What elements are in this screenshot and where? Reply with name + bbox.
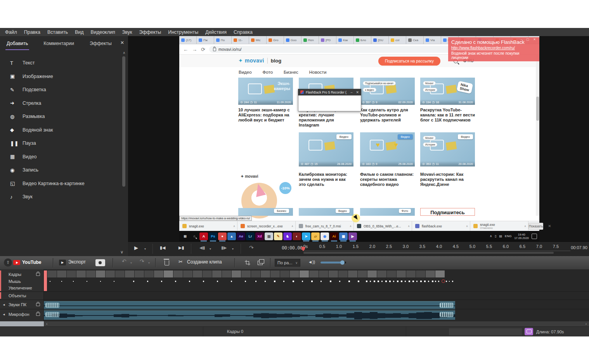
favicon bbox=[251, 38, 255, 42]
step-back-button[interactable]: ◀▮ bbox=[199, 245, 205, 250]
thumb-bubble: Подписывайся на канал bbox=[363, 81, 396, 85]
upload-icon[interactable]: ⇧ bbox=[4, 258, 12, 267]
timeline-tracks[interactable] bbox=[44, 269, 589, 321]
status-field bbox=[449, 328, 522, 335]
menu-item[interactable]: Звук bbox=[119, 29, 136, 35]
microphone-clip[interactable] bbox=[44, 310, 455, 320]
url-text: movavi.io/ru/ bbox=[218, 47, 242, 52]
clip-handle[interactable] bbox=[45, 312, 59, 317]
menu-item[interactable]: Инструменты bbox=[165, 29, 202, 35]
sidebar-item[interactable]: ▣ Изображение bbox=[0, 70, 128, 83]
zoom-fit-dropdown[interactable]: По ра... ∨ bbox=[275, 259, 300, 267]
flashback-mini-window: FlashBack Pro 5 Recorder (... – ✕ bbox=[298, 89, 361, 111]
video-preview-area[interactable]: (17) Пж По 11- M bbox=[128, 36, 589, 241]
youtube-icon[interactable] bbox=[13, 260, 20, 265]
speaker-icon[interactable]: ◄ bbox=[2, 303, 5, 307]
clock-icon: ◷ bbox=[310, 162, 313, 166]
layers-icon[interactable] bbox=[258, 261, 263, 265]
skip-to-end-button[interactable]: ▶▮ bbox=[178, 245, 184, 250]
create-clip-button[interactable]: Создание клипа bbox=[187, 259, 222, 265]
menu-item[interactable]: Вставить bbox=[44, 29, 71, 35]
pc-sounds-clip[interactable] bbox=[44, 301, 455, 310]
clip-handle[interactable] bbox=[45, 303, 59, 308]
frames-strip[interactable] bbox=[47, 270, 445, 277]
lock-icon[interactable] bbox=[36, 303, 40, 306]
speaker-icon[interactable]: ◄ bbox=[2, 313, 5, 316]
lock-icon[interactable] bbox=[36, 313, 40, 316]
scroll-up-icon[interactable]: ∧ bbox=[123, 51, 125, 55]
track-label-microphone: ◄ Микрофон bbox=[0, 310, 44, 319]
download-filename: screen_recorder_x...exe bbox=[247, 224, 289, 228]
undo-button[interactable]: ↶ bbox=[122, 258, 126, 264]
menu-item[interactable]: Действия bbox=[202, 29, 230, 35]
sidebar-item[interactable]: ♪ Звук bbox=[0, 190, 128, 204]
keyboard-language: ENG bbox=[505, 234, 511, 238]
blog-logo-text: blog bbox=[271, 58, 281, 64]
play-options-caret[interactable]: ▾ bbox=[144, 247, 146, 251]
volume-slider[interactable] bbox=[320, 262, 346, 263]
mouse-track[interactable] bbox=[44, 278, 589, 284]
taskbar-app-icon: A bbox=[199, 232, 208, 240]
lock-icon[interactable] bbox=[36, 273, 40, 276]
download-item: OBS_0_659a_With_...e... ∧ bbox=[354, 221, 412, 231]
card-title: 10 лучших экшн-камер с AliExpress: подбо… bbox=[238, 107, 293, 123]
ruler-tick: 2.0 bbox=[364, 244, 381, 249]
delete-icon[interactable] bbox=[165, 260, 169, 265]
sidebar-item[interactable]: ✎ Подсветка bbox=[0, 83, 128, 97]
movavi-blog-logo: ✦ movavi blog bbox=[238, 57, 281, 64]
volume-knob[interactable] bbox=[340, 260, 345, 265]
menu-item[interactable]: Вид bbox=[71, 29, 87, 35]
export-button[interactable]: Экспорт bbox=[68, 259, 86, 265]
sidebar-item[interactable]: ◆ Водяной знак bbox=[0, 123, 128, 137]
volume-icon[interactable]: ◄)) bbox=[308, 260, 315, 264]
sidebar-item[interactable]: ➜ Стрелка bbox=[0, 97, 128, 110]
undo-caret[interactable]: ▾ bbox=[130, 261, 132, 265]
close-icon[interactable]: ✕ bbox=[120, 40, 124, 45]
sidebar-item-icon: ▣ bbox=[10, 73, 23, 79]
step-forward-button[interactable]: ▮▶ bbox=[221, 245, 227, 250]
ruler-scrollbar[interactable] bbox=[303, 252, 554, 254]
sidebar-tab[interactable]: Эффекты bbox=[88, 38, 113, 50]
sidebar-item[interactable]: ◍ Размывка bbox=[0, 110, 128, 123]
scroll-down-icon[interactable]: ∨ bbox=[120, 250, 123, 255]
youtube-button[interactable]: YouTube bbox=[22, 260, 42, 265]
step-forward-caret[interactable]: ▾ bbox=[232, 247, 234, 251]
clock-icon: ◷ bbox=[432, 101, 435, 104]
loop-button[interactable]: ↷ bbox=[249, 245, 254, 250]
play-button[interactable]: ▶ bbox=[134, 245, 138, 250]
views-icon: ⊙ bbox=[422, 162, 425, 166]
sidebar-item[interactable]: T Текст bbox=[0, 56, 128, 70]
timeline-scrollbar[interactable]: ‹ › bbox=[0, 321, 589, 326]
redo-caret[interactable]: ▾ bbox=[148, 261, 150, 265]
clip-handle[interactable] bbox=[440, 303, 454, 308]
menu-item[interactable]: Справка bbox=[230, 29, 256, 35]
divider bbox=[234, 258, 235, 267]
promo-brand: ✦ movavi bbox=[241, 174, 258, 179]
chevron-up-icon: ∧ bbox=[350, 225, 352, 228]
scissors-icon[interactable]: ✂ bbox=[178, 259, 183, 265]
menu-item[interactable]: Видеоклип bbox=[87, 29, 119, 35]
menu-item[interactable]: Эффекты bbox=[135, 29, 165, 35]
sidebar-panel: ДобавитьКомментарииЭффекты ✕ T Текст ▣ И… bbox=[0, 36, 128, 256]
chevron-up-icon: ∧ bbox=[408, 225, 410, 228]
sidebar-item[interactable]: ▦ Видео bbox=[0, 150, 128, 164]
sidebar-item[interactable]: ◱ Видео Картинка-в-картинке bbox=[0, 177, 128, 191]
sidebar-scrollbar[interactable] bbox=[122, 56, 125, 187]
scroll-right-icon[interactable]: › bbox=[586, 321, 587, 326]
step-back-caret[interactable]: ▾ bbox=[210, 247, 211, 251]
sidebar-tab[interactable]: Добавить bbox=[5, 38, 29, 50]
menu-item[interactable]: Файл bbox=[2, 29, 21, 35]
sidebar-item[interactable]: ◉ Запись bbox=[0, 163, 128, 177]
crop-icon[interactable] bbox=[246, 260, 250, 264]
sidebar-item[interactable]: ❚❚ Пауза bbox=[0, 137, 128, 150]
export-icon[interactable]: ▶ bbox=[59, 260, 66, 265]
redo-button[interactable]: ↷ bbox=[140, 258, 144, 264]
clip-handle[interactable] bbox=[440, 312, 454, 317]
close-icon: ✕ bbox=[356, 90, 359, 94]
scroll-left-icon[interactable]: ‹ bbox=[46, 321, 47, 326]
skip-to-start-button[interactable]: ▮◀ bbox=[160, 245, 166, 250]
time-ruler[interactable]: 0s0.51.01.52.02.53.03.54.04.55.05.56.06.… bbox=[297, 244, 564, 249]
screenshot-button[interactable] bbox=[95, 259, 105, 266]
menu-item[interactable]: Правка bbox=[21, 29, 44, 35]
sidebar-tab[interactable]: Комментарии bbox=[42, 38, 75, 50]
